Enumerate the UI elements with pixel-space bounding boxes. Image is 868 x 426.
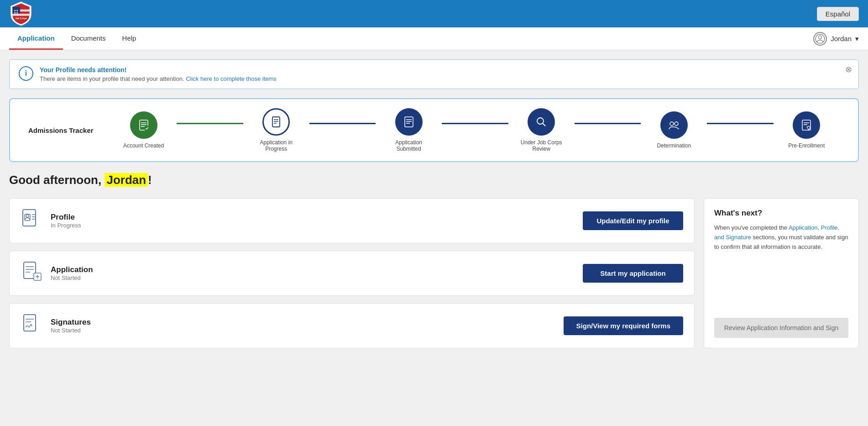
svg-rect-25 bbox=[802, 120, 810, 130]
user-dropdown-icon: ▾ bbox=[855, 35, 859, 43]
sections-left: Profile In Progress Update/Edit my profi… bbox=[9, 198, 695, 348]
logo-shield: ★★ ★★ Job Corps bbox=[9, 0, 33, 27]
application-status: Not Started bbox=[51, 274, 93, 281]
application-text-area: Application Not Started bbox=[51, 265, 93, 281]
nav-links: Application Documents Help bbox=[9, 27, 144, 50]
admissions-tracker: Admissions Tracker Account bbox=[9, 98, 859, 162]
svg-point-21 bbox=[537, 118, 544, 124]
svg-rect-17 bbox=[405, 117, 413, 127]
svg-point-7 bbox=[819, 36, 822, 39]
step-connector-1 bbox=[177, 123, 243, 124]
tracker-step-determination: Determination bbox=[641, 111, 707, 149]
step-label-4: Under Job CorpsReview bbox=[521, 139, 562, 152]
alert-text-area: Your Profile needs attention! There are … bbox=[40, 66, 277, 82]
update-profile-button[interactable]: Update/Edit my profile bbox=[583, 211, 683, 230]
nav-bar: Application Documents Help Jordan ▾ bbox=[0, 27, 868, 50]
step-label-1: Account Created bbox=[123, 142, 164, 149]
step-label-3: ApplicationSubmitted bbox=[395, 139, 422, 152]
signatures-title: Signatures bbox=[51, 318, 91, 327]
signatures-text-area: Signatures Not Started bbox=[51, 318, 91, 334]
user-name-label: Jordan bbox=[831, 35, 852, 42]
svg-rect-13 bbox=[272, 117, 280, 127]
step-label-2: Application inProgress bbox=[260, 139, 292, 152]
main-content: i Your Profile needs attention! There ar… bbox=[0, 50, 868, 358]
step-circle-3 bbox=[395, 108, 423, 136]
nav-link-help[interactable]: Help bbox=[114, 27, 145, 50]
tracker-step-application-submitted: ApplicationSubmitted bbox=[376, 108, 442, 152]
svg-point-23 bbox=[670, 122, 674, 126]
profile-text-area: Profile In Progress bbox=[51, 213, 81, 229]
step-circle-1 bbox=[130, 111, 157, 139]
whats-next-panel: What's next? When you've completed the A… bbox=[704, 198, 859, 348]
alert-banner: i Your Profile needs attention! There ar… bbox=[9, 59, 859, 89]
greeting-prefix: Good afternoon, bbox=[9, 173, 105, 187]
start-application-button[interactable]: Start my application bbox=[583, 264, 683, 283]
step-circle-2 bbox=[262, 108, 290, 136]
tracker-step-under-review: Under Job CorpsReview bbox=[508, 108, 575, 152]
step-circle-6 bbox=[793, 111, 820, 139]
profile-section-card: Profile In Progress Update/Edit my profi… bbox=[9, 198, 695, 243]
espanol-button[interactable]: Español bbox=[817, 7, 859, 21]
signatures-icon bbox=[21, 313, 43, 339]
tracker-steps: Account Created Application inProgress bbox=[110, 108, 840, 152]
tracker-step-account-created: Account Created bbox=[110, 111, 177, 149]
svg-line-22 bbox=[543, 123, 545, 126]
whats-next-content: What's next? When you've completed the A… bbox=[714, 209, 848, 252]
alert-title: Your Profile needs attention! bbox=[40, 66, 277, 74]
tracker-inner: Admissions Tracker Account bbox=[28, 108, 840, 152]
step-connector-2 bbox=[309, 123, 376, 124]
step-connector-3 bbox=[442, 123, 508, 124]
alert-body: There are items in your profile that nee… bbox=[40, 75, 277, 82]
user-avatar-icon bbox=[813, 32, 827, 46]
step-label-6: Pre-Enrollment bbox=[788, 142, 825, 149]
svg-point-24 bbox=[675, 122, 678, 126]
user-area[interactable]: Jordan ▾ bbox=[813, 32, 859, 46]
greeting-name: Jordan bbox=[105, 173, 148, 187]
svg-text:★★: ★★ bbox=[14, 11, 18, 14]
top-banner: ★★ ★★ Job Corps Español bbox=[0, 0, 868, 27]
application-section-left: Application Not Started bbox=[21, 260, 93, 286]
nav-link-documents[interactable]: Documents bbox=[63, 27, 114, 50]
logo-area: ★★ ★★ Job Corps bbox=[9, 0, 33, 27]
signatures-section-card: Signatures Not Started Sign/View my requ… bbox=[9, 303, 695, 348]
step-circle-4 bbox=[528, 108, 555, 136]
signatures-section-left: Signatures Not Started bbox=[21, 313, 91, 339]
sign-view-forms-button[interactable]: Sign/View my required forms bbox=[564, 316, 683, 335]
step-circle-5 bbox=[660, 111, 688, 139]
step-connector-4 bbox=[575, 123, 641, 124]
svg-rect-41 bbox=[24, 315, 36, 331]
profile-title: Profile bbox=[51, 213, 81, 222]
greeting-suffix: ! bbox=[148, 173, 152, 187]
profile-icon bbox=[21, 208, 43, 234]
greeting: Good afternoon, Jordan! bbox=[9, 173, 859, 187]
bottom-layout: Profile In Progress Update/Edit my profi… bbox=[9, 198, 859, 348]
application-icon bbox=[21, 260, 43, 286]
whats-next-text: When you've completed the Application, P… bbox=[714, 223, 848, 252]
alert-link[interactable]: Click here to complete those items bbox=[186, 75, 277, 82]
whats-next-title: What's next? bbox=[714, 209, 848, 218]
svg-point-30 bbox=[26, 215, 29, 217]
step-label-5: Determination bbox=[657, 142, 691, 149]
tracker-step-application-in-progress: Application inProgress bbox=[243, 108, 309, 152]
alert-close-button[interactable]: ⊗ bbox=[845, 64, 852, 74]
profile-section-left: Profile In Progress bbox=[21, 208, 81, 234]
signatures-status: Not Started bbox=[51, 327, 91, 334]
application-section-card: Application Not Started Start my applica… bbox=[9, 251, 695, 296]
alert-info-icon: i bbox=[19, 66, 33, 81]
svg-text:Job Corps: Job Corps bbox=[15, 17, 26, 20]
review-application-button[interactable]: Review Application Information and Sign bbox=[714, 318, 848, 338]
application-title: Application bbox=[51, 265, 93, 274]
profile-status: In Progress bbox=[51, 222, 81, 229]
nav-link-application[interactable]: Application bbox=[9, 27, 63, 50]
tracker-step-pre-enrollment: Pre-Enrollment bbox=[774, 111, 840, 149]
tracker-label: Admissions Tracker bbox=[28, 126, 101, 134]
step-connector-5 bbox=[707, 123, 773, 124]
